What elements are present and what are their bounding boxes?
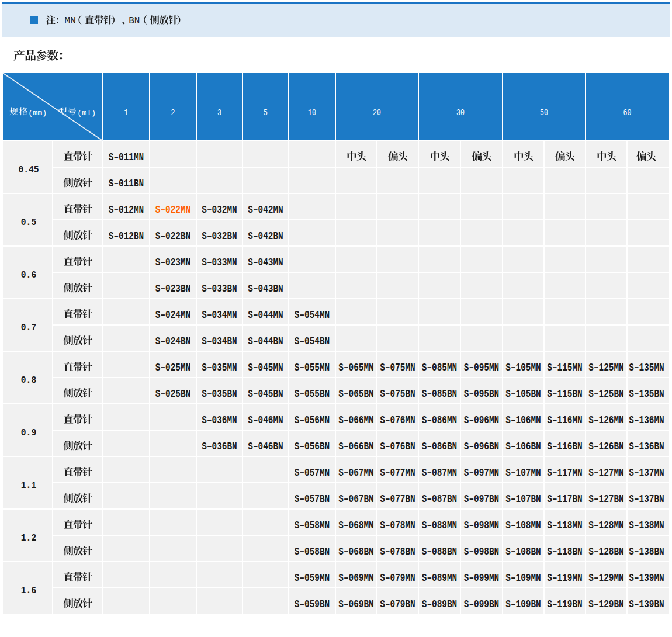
svg-text:S–138MN: S–138MN xyxy=(629,520,664,531)
svg-text:S–043BN: S–043BN xyxy=(248,283,283,295)
svg-text:60: 60 xyxy=(623,108,632,117)
svg-text:S–056MN: S–056MN xyxy=(295,414,330,426)
svg-text:S–097BN: S–097BN xyxy=(464,493,500,505)
svg-text:S–043MN: S–043MN xyxy=(248,257,283,268)
svg-text:S–136BN: S–136BN xyxy=(629,441,664,452)
svg-text:S–139BN: S–139BN xyxy=(629,598,664,610)
svg-text:S–056BN: S–056BN xyxy=(295,441,330,452)
svg-text:S–098MN: S–098MN xyxy=(464,520,500,531)
svg-text:S–034MN: S–034MN xyxy=(202,309,237,321)
svg-text:S–068BN: S–068BN xyxy=(338,546,374,558)
svg-text:S–119BN: S–119BN xyxy=(547,598,583,610)
svg-text:S–115MN: S–115MN xyxy=(547,362,583,373)
svg-text:5: 5 xyxy=(264,108,268,117)
svg-text:S–044BN: S–044BN xyxy=(248,335,283,347)
svg-text:S–087BN: S–087BN xyxy=(422,493,458,505)
svg-text:1.2: 1.2 xyxy=(21,532,36,543)
svg-text:S–032BN: S–032BN xyxy=(202,230,237,242)
svg-text:S–105BN: S–105BN xyxy=(505,388,541,400)
svg-text:S–075MN: S–075MN xyxy=(380,362,415,373)
svg-text:S–076MN: S–076MN xyxy=(380,414,415,426)
svg-text:S–109MN: S–109MN xyxy=(505,572,541,584)
svg-text:S–036BN: S–036BN xyxy=(202,441,237,452)
svg-text:S–137BN: S–137BN xyxy=(629,493,664,505)
svg-text:S–024MN: S–024MN xyxy=(155,309,191,321)
svg-text:2: 2 xyxy=(171,108,175,117)
svg-text:S–078BN: S–078BN xyxy=(380,546,415,558)
svg-text:50: 50 xyxy=(540,108,548,117)
svg-text:S–045MN: S–045MN xyxy=(248,362,283,373)
svg-text:0.9: 0.9 xyxy=(21,427,36,438)
svg-text:S–054MN: S–054MN xyxy=(295,309,330,321)
svg-text:MN: MN xyxy=(65,16,76,26)
svg-text:S–077MN: S–077MN xyxy=(380,467,415,479)
svg-text:S–079MN: S–079MN xyxy=(380,572,415,584)
svg-text:S–136MN: S–136MN xyxy=(629,414,664,426)
svg-text:S–059BN: S–059BN xyxy=(295,598,330,610)
svg-text:S–054BN: S–054BN xyxy=(295,335,330,347)
svg-text:S–097MN: S–097MN xyxy=(464,467,500,479)
svg-text:S–077BN: S–077BN xyxy=(380,493,415,505)
svg-text:S–108MN: S–108MN xyxy=(505,520,541,531)
svg-text:S–109BN: S–109BN xyxy=(505,598,541,610)
svg-text:S–045BN: S–045BN xyxy=(248,388,283,400)
svg-text:S–068MN: S–068MN xyxy=(338,520,374,531)
svg-text:S–025BN: S–025BN xyxy=(155,388,191,400)
svg-text:S–108BN: S–108BN xyxy=(505,546,541,558)
svg-text:S–107BN: S–107BN xyxy=(505,493,541,505)
svg-text:S–011MN: S–011MN xyxy=(109,151,144,163)
svg-text:S–069BN: S–069BN xyxy=(338,598,374,610)
svg-text:0.5: 0.5 xyxy=(21,217,36,228)
svg-text:S–059MN: S–059MN xyxy=(295,572,330,584)
svg-text:S–035BN: S–035BN xyxy=(202,388,237,400)
svg-text:S–023BN: S–023BN xyxy=(155,283,191,295)
svg-text:S–096BN: S–096BN xyxy=(464,441,500,452)
svg-text:S–125BN: S–125BN xyxy=(588,388,624,400)
svg-text:S–024BN: S–024BN xyxy=(155,335,191,347)
svg-text:S–106BN: S–106BN xyxy=(505,441,541,452)
svg-text:S–105MN: S–105MN xyxy=(505,362,541,373)
svg-text:S–067BN: S–067BN xyxy=(338,493,374,505)
svg-text:S–033BN: S–033BN xyxy=(202,283,237,295)
svg-text:S–089MN: S–089MN xyxy=(422,572,458,584)
svg-text:S–032MN: S–032MN xyxy=(202,204,237,216)
svg-text:S–023MN: S–023MN xyxy=(155,257,191,268)
svg-text:S–095BN: S–095BN xyxy=(464,388,500,400)
svg-text:S–129BN: S–129BN xyxy=(588,598,624,610)
svg-text:0.6: 0.6 xyxy=(21,269,36,281)
svg-text:0.7: 0.7 xyxy=(21,322,36,333)
svg-text:S–088MN: S–088MN xyxy=(422,520,458,531)
svg-text:S–012MN: S–012MN xyxy=(109,204,144,216)
svg-text:S–065BN: S–065BN xyxy=(338,388,374,400)
svg-text:S–099BN: S–099BN xyxy=(464,598,500,610)
svg-text:S–066BN: S–066BN xyxy=(338,441,374,452)
svg-text:S–067MN: S–067MN xyxy=(338,467,374,479)
svg-text:S–118MN: S–118MN xyxy=(547,520,583,531)
svg-text:S–022MN: S–022MN xyxy=(155,204,191,216)
svg-text:S–025MN: S–025MN xyxy=(155,362,191,373)
svg-text:3: 3 xyxy=(217,108,221,117)
svg-text:S–079BN: S–079BN xyxy=(380,598,415,610)
svg-text:S–069MN: S–069MN xyxy=(338,572,374,584)
svg-text:S–107MN: S–107MN xyxy=(505,467,541,479)
svg-text:S–128MN: S–128MN xyxy=(588,520,624,531)
svg-text:S–042MN: S–042MN xyxy=(248,204,283,216)
svg-text:S–058MN: S–058MN xyxy=(295,520,330,531)
svg-text:S–137MN: S–137MN xyxy=(629,467,664,479)
svg-text:S–055MN: S–055MN xyxy=(295,362,330,373)
svg-text:S–119MN: S–119MN xyxy=(547,572,583,584)
svg-text:S–057MN: S–057MN xyxy=(295,467,330,479)
svg-text:1.1: 1.1 xyxy=(21,480,36,491)
svg-text:S–126MN: S–126MN xyxy=(588,414,624,426)
svg-text:30: 30 xyxy=(456,108,465,117)
svg-text:S–127MN: S–127MN xyxy=(588,467,624,479)
svg-text:S–086BN: S–086BN xyxy=(422,441,458,452)
svg-text:S–075BN: S–075BN xyxy=(380,388,415,400)
svg-text:S–076BN: S–076BN xyxy=(380,441,415,452)
svg-text:S–135MN: S–135MN xyxy=(629,362,664,373)
svg-text:S–085BN: S–085BN xyxy=(422,388,458,400)
svg-text:S–135BN: S–135BN xyxy=(629,388,664,400)
svg-text:1: 1 xyxy=(124,108,129,117)
svg-text:S–035MN: S–035MN xyxy=(202,362,237,373)
svg-text:S–099MN: S–099MN xyxy=(464,572,500,584)
